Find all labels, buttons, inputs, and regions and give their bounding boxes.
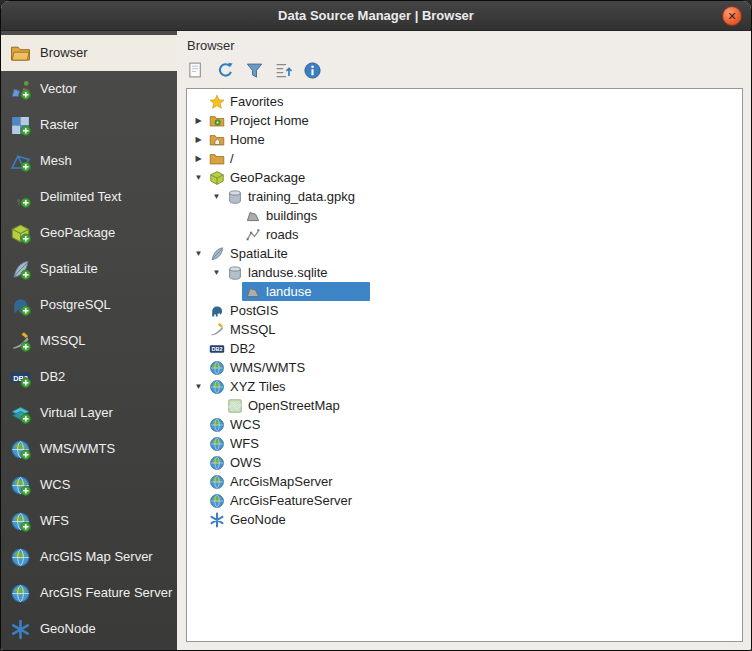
- tree-item-content: OWS: [206, 453, 264, 472]
- tree-item-wms-wmts[interactable]: WMS/WMTS: [187, 358, 742, 377]
- sidebar-item-db2[interactable]: DB2DB2: [1, 359, 177, 395]
- sidebar-item-arcgis-feature-server[interactable]: ArcGIS Feature Server: [1, 575, 177, 611]
- filter-browser-button[interactable]: [244, 59, 266, 81]
- sidebar-item-delimited-text[interactable]: ,Delimited Text: [1, 179, 177, 215]
- tree-item-spatialite[interactable]: ▼SpatiaLite: [187, 244, 742, 263]
- tree-item-favorites[interactable]: Favorites: [187, 92, 742, 111]
- tree-item-content: roads: [242, 225, 302, 244]
- tree-item-openstreetmap[interactable]: OpenStreetMap: [187, 396, 742, 415]
- line-layer-icon: [245, 227, 261, 243]
- tree-item-buildings[interactable]: buildings: [187, 206, 742, 225]
- sidebar-item-geonode[interactable]: GeoNode: [1, 611, 177, 647]
- sidebar-item-label: GeoNode: [40, 622, 96, 637]
- tree-item-content: GeoPackage: [206, 168, 308, 187]
- panel-title: Browser: [187, 38, 743, 53]
- tree-item-ows[interactable]: OWS: [187, 453, 742, 472]
- globe-icon: [10, 583, 31, 604]
- tree-item-arcgismapserver[interactable]: ArcGisMapServer: [187, 472, 742, 491]
- expand-arrow-icon[interactable]: ▶: [191, 149, 206, 168]
- geopackage-icon: [209, 170, 225, 186]
- collapse-arrow-icon[interactable]: ▼: [209, 187, 224, 206]
- tree-item-wcs[interactable]: WCS: [187, 415, 742, 434]
- geonode-icon: [10, 619, 31, 640]
- tree-item-wfs[interactable]: WFS: [187, 434, 742, 453]
- tree-item-db2[interactable]: DB2DB2: [187, 339, 742, 358]
- globe-icon: [10, 547, 31, 568]
- geopackage-add-icon: [10, 223, 31, 244]
- postgresql-add-icon: [10, 295, 31, 316]
- tree-item-postgis[interactable]: PostGIS: [187, 301, 742, 320]
- tree-item-label: /: [230, 151, 234, 166]
- sidebar-item-raster[interactable]: Raster: [1, 107, 177, 143]
- tree-item-label: MSSQL: [230, 322, 276, 337]
- close-button[interactable]: ✕: [722, 6, 742, 26]
- svg-text:,: ,: [16, 187, 21, 206]
- virtual-layer-add-icon: [10, 403, 31, 424]
- sidebar-item-browser[interactable]: Browser: [1, 35, 177, 71]
- sidebar-item-wms-wmts[interactable]: WMS/WMTS: [1, 431, 177, 467]
- sidebar-item-geopackage[interactable]: GeoPackage: [1, 215, 177, 251]
- expand-arrow-icon[interactable]: ▶: [191, 130, 206, 149]
- sidebar-item-spatialite[interactable]: SpatiaLite: [1, 251, 177, 287]
- delimited-text-add-icon: ,: [10, 187, 31, 208]
- sidebar-item-label: MSSQL: [40, 334, 86, 349]
- sidebar-item-label: SpatiaLite: [40, 262, 98, 277]
- globe-icon: [209, 474, 225, 490]
- tree-item-arcgisfeatureserver[interactable]: ArcGisFeatureServer: [187, 491, 742, 510]
- sidebar-item-wfs[interactable]: WFS: [1, 503, 177, 539]
- tree-item-label: OWS: [230, 455, 261, 470]
- tree-item-project-home[interactable]: ▶Project Home: [187, 111, 742, 130]
- globe-icon: [209, 493, 225, 509]
- mesh-add-icon: [10, 151, 31, 172]
- close-icon: ✕: [727, 10, 736, 22]
- sidebar-item-postgresql[interactable]: PostgreSQL: [1, 287, 177, 323]
- tree-item-root[interactable]: ▶/: [187, 149, 742, 168]
- tree-item-content: buildings: [242, 206, 320, 225]
- sidebar-item-wcs[interactable]: WCS: [1, 467, 177, 503]
- tree-item-label: DB2: [230, 341, 255, 356]
- sidebar-item-label: PostgreSQL: [40, 298, 111, 313]
- sidebar-item-label: WMS/WMTS: [40, 442, 115, 457]
- collapse-arrow-icon[interactable]: ▼: [191, 377, 206, 396]
- browser-folder-icon: [10, 43, 31, 64]
- tree-item-roads[interactable]: roads: [187, 225, 742, 244]
- tree-item-training-data-gpkg[interactable]: ▼training_data.gpkg: [187, 187, 742, 206]
- sidebar-item-arcgis-map-server[interactable]: ArcGIS Map Server: [1, 539, 177, 575]
- sidebar-item-label: GeoPackage: [40, 226, 115, 241]
- collapse-arrow-icon[interactable]: ▼: [191, 168, 206, 187]
- globe-icon: [209, 436, 225, 452]
- sidebar-item-label: Virtual Layer: [40, 406, 113, 421]
- tree-item-geonode[interactable]: GeoNode: [187, 510, 742, 529]
- tree-item-label: Favorites: [230, 94, 283, 109]
- database-icon: [227, 189, 243, 205]
- tree-item-geopackage[interactable]: ▼GeoPackage: [187, 168, 742, 187]
- add-layer-icon: [187, 61, 206, 80]
- collapse-arrow-icon[interactable]: ▼: [191, 244, 206, 263]
- tree-item-landuse-sqlite[interactable]: ▼landuse.sqlite: [187, 263, 742, 282]
- tree-item-home[interactable]: ▶Home: [187, 130, 742, 149]
- sidebar-item-mssql[interactable]: MSSQL: [1, 323, 177, 359]
- add-selected-layers-button[interactable]: [186, 59, 208, 81]
- mssql-add-icon: [10, 331, 31, 352]
- show-properties-button[interactable]: [302, 59, 324, 81]
- sidebar-item-virtual-layer[interactable]: Virtual Layer: [1, 395, 177, 431]
- sidebar-item-label: Browser: [40, 46, 88, 61]
- collapse-arrow-icon[interactable]: ▼: [209, 263, 224, 282]
- sidebar-item-mesh[interactable]: Mesh: [1, 143, 177, 179]
- tree-item-xyz-tiles[interactable]: ▼XYZ Tiles: [187, 377, 742, 396]
- collapse-all-button[interactable]: [273, 59, 295, 81]
- tree-item-label: WMS/WMTS: [230, 360, 305, 375]
- tree-item-content: training_data.gpkg: [224, 187, 358, 206]
- tree-item-content: SpatiaLite: [206, 244, 291, 263]
- globe-icon: [209, 379, 225, 395]
- refresh-button[interactable]: [215, 59, 237, 81]
- browser-toolbar: [186, 59, 743, 81]
- sidebar-item-vector[interactable]: Vector: [1, 71, 177, 107]
- project-home-icon: [209, 113, 225, 129]
- tree-item-content: landuse: [242, 282, 370, 301]
- collapse-all-icon: [274, 61, 293, 80]
- expand-arrow-icon[interactable]: ▶: [191, 111, 206, 130]
- tree-item-landuse[interactable]: landuse: [187, 282, 742, 301]
- titlebar[interactable]: Data Source Manager | Browser ✕: [1, 1, 751, 31]
- tree-item-mssql[interactable]: MSSQL: [187, 320, 742, 339]
